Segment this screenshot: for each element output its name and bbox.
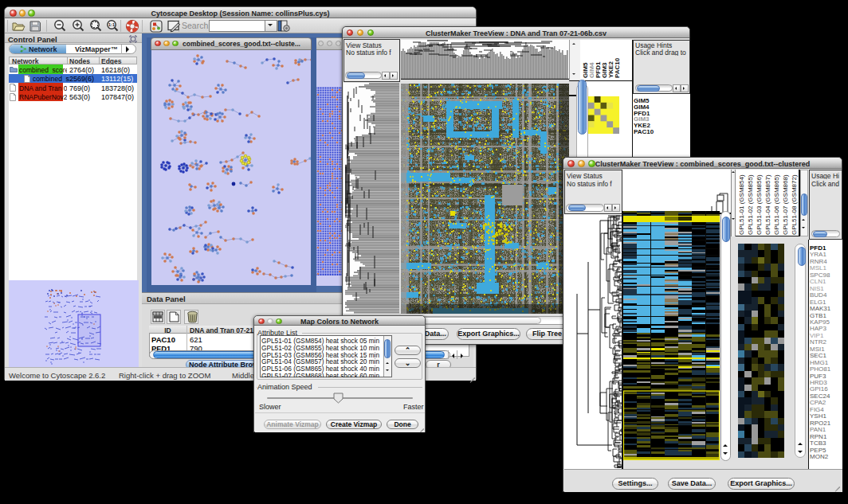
svg-text:1:1: 1:1 [108, 22, 115, 27]
